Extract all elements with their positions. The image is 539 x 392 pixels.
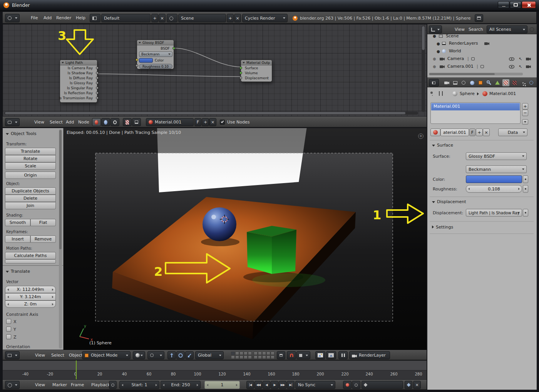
mode-dropdown[interactable]: Object Mode [82,351,131,359]
browse-context-icon[interactable] [439,91,443,96]
distribution-dropdown[interactable]: Beckmann [466,165,527,173]
join-button[interactable]: Join [5,202,56,209]
layers-group-2[interactable] [254,352,275,360]
auto-keyframe-button[interactable] [343,381,352,389]
node-material-output[interactable]: Material Outp Surface Volume Displacemen… [241,60,272,82]
render-layer-field[interactable]: RenderLayer [349,351,390,359]
outliner-row-camera-001[interactable]: ⊕ Camera.001 | ↖ [427,63,537,70]
roughness-animate-button[interactable] [523,185,528,193]
node-header-glossy[interactable]: Glossy BSDF [137,40,174,45]
menu-view[interactable]: View [455,27,465,32]
displacement-dropdown[interactable]: Light Path | Is Shadow Ray [466,209,522,217]
editor-type-button[interactable] [5,381,20,389]
disclosure-icon[interactable]: ● [433,34,436,38]
menu-marker[interactable]: Marker [52,382,67,387]
minimize-button[interactable] [498,1,509,8]
data-link-dropdown[interactable]: Data [498,128,527,136]
tab-render-layers[interactable] [451,79,459,87]
viewport-3d[interactable]: x y Elapsed: 00:05.10 | Done | Path Trac… [64,128,427,350]
translate-z-field[interactable]: Z: 0m [5,300,56,308]
tab-material[interactable] [502,79,510,87]
lock-to-scene-toggle[interactable] [277,351,285,359]
fake-user-button[interactable]: F [194,118,201,126]
rotate-button[interactable]: Rotate [5,155,56,162]
selectability-cursor-icon[interactable]: ↖ [519,64,522,69]
scale-button[interactable]: Scale [5,162,56,170]
duplicate-objects-button[interactable]: Duplicate Objects [5,187,56,195]
jump-to-end-button[interactable]: ▶| [287,381,295,389]
collapse-icon[interactable] [62,62,64,63]
menu-playback[interactable]: Playback [91,382,110,387]
material-name-field[interactable]: aterial.001 [440,128,469,136]
calculate-paths-button[interactable]: Calculate Paths [5,252,56,259]
fake-user-button[interactable]: F [469,128,475,136]
socket-is-transmission-ray[interactable] [96,97,99,99]
menu-view[interactable]: View [35,353,45,358]
menu-select[interactable]: Select [50,120,63,125]
disclosure-icon[interactable]: ● [437,42,440,46]
timeline-ruler[interactable]: -40 -20 0 20 40 60 80 100 120 140 160 18… [3,370,427,379]
maximize-button[interactable] [510,1,521,8]
outliner-row-scene[interactable]: ● Scene [427,34,537,40]
manipulator-scale-toggle[interactable] [185,351,194,359]
menu-help[interactable]: Help [76,15,85,20]
node-glossy-bsdf[interactable]: Glossy BSDF BSDF Beckmann Color Roughnes… [137,40,174,69]
frame-range-lock-toggle[interactable] [109,381,117,389]
render-opengl-button[interactable] [315,351,325,359]
delete-button[interactable]: Delete [5,195,56,202]
smooth-button[interactable]: Smooth [5,219,30,226]
menu-add[interactable]: Add [44,15,52,20]
insert-keyframe-button[interactable]: Insert [5,235,30,243]
breadcrumb-object[interactable]: Sphere [460,91,475,96]
color-animate-button[interactable] [523,175,528,183]
layout-add-button[interactable]: + [151,14,158,22]
material-slot-selected[interactable]: Material.001 [431,103,520,110]
outliner-row-world[interactable]: ● World [427,47,537,55]
tab-scene[interactable] [460,79,467,87]
socket-is-shadow-ray[interactable] [96,72,99,74]
window-duplicate-button[interactable] [475,14,483,22]
socket-is-camera-ray[interactable] [96,67,99,69]
translate-button[interactable]: Translate [5,148,56,155]
editor-type-button[interactable] [5,118,20,126]
compositing-type-toggle[interactable] [132,118,141,126]
panel-header-settings[interactable]: Settings [432,225,453,230]
texture-type-toggle[interactable] [123,118,132,126]
node-header-light-path[interactable]: Light Path [60,60,97,65]
tab-object-data[interactable] [494,79,501,87]
socket-surface-input[interactable] [239,67,242,69]
socket-volume-input[interactable] [239,72,242,74]
filter-icon[interactable] [530,27,534,32]
panel-header-surface[interactable]: Surface [432,143,453,148]
panel-header-displacement[interactable]: Displacement [432,199,466,204]
current-frame-field[interactable]: 1 [204,381,240,389]
use-nodes-checkbox[interactable] [220,120,225,125]
material-browse-button[interactable] [430,128,440,136]
timeline-track[interactable] [3,360,427,370]
tab-object[interactable] [477,79,484,87]
node-editor-vscrollbar[interactable] [422,26,425,112]
snap-toggle[interactable] [287,351,296,359]
menu-frame[interactable]: Frame [71,382,84,387]
transform-orientation-dropdown[interactable]: Global [195,351,224,359]
color-field[interactable] [466,175,522,183]
menu-search[interactable]: Search [469,27,483,32]
roughness-field[interactable]: 0.108 [466,185,522,193]
layers-group-1[interactable] [231,352,252,360]
constraint-x-checkbox[interactable] [6,319,11,324]
pivot-point-dropdown[interactable] [147,351,164,359]
material-name-field[interactable]: Material.001 [146,118,194,126]
distribution-dropdown[interactable]: Beckmann [139,52,172,57]
tool-shelf-scrollbar[interactable] [59,129,62,349]
collapse-icon[interactable] [243,62,245,63]
outliner-row-renderlayers[interactable]: ● RenderLayers [427,40,537,47]
menu-object[interactable]: Object [69,353,83,358]
tab-world[interactable] [468,79,476,87]
socket-color-input[interactable] [136,58,138,61]
color-swatch[interactable] [139,58,153,63]
render-engine-dropdown[interactable]: Cycles Render [242,14,288,22]
menu-view[interactable]: View [34,120,44,125]
socket-is-reflection-ray[interactable] [96,92,99,94]
collapse-icon[interactable] [139,42,141,43]
render-restrict-icon[interactable] [484,42,489,45]
